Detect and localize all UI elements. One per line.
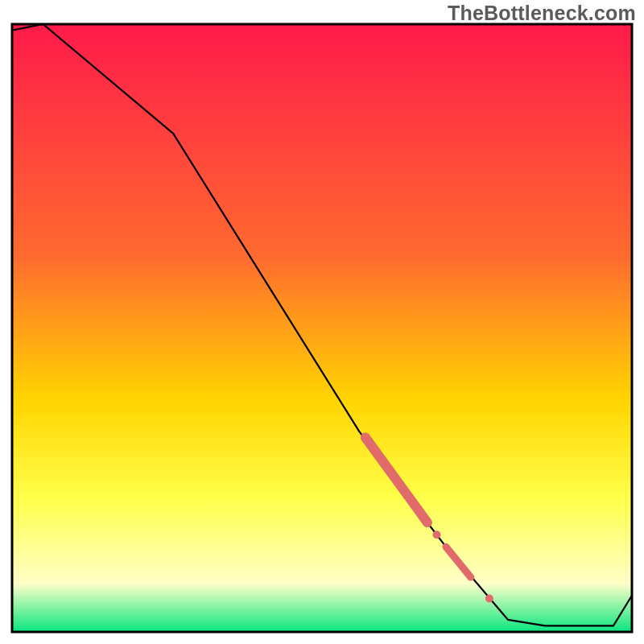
highlight-dot-1 xyxy=(432,530,440,539)
bottleneck-chart xyxy=(0,0,644,644)
highlight-dot-3 xyxy=(485,594,493,602)
watermark-text: TheBottleneck.com xyxy=(448,2,636,25)
gradient-background xyxy=(12,24,632,632)
chart-stage: TheBottleneck.com xyxy=(0,0,644,644)
